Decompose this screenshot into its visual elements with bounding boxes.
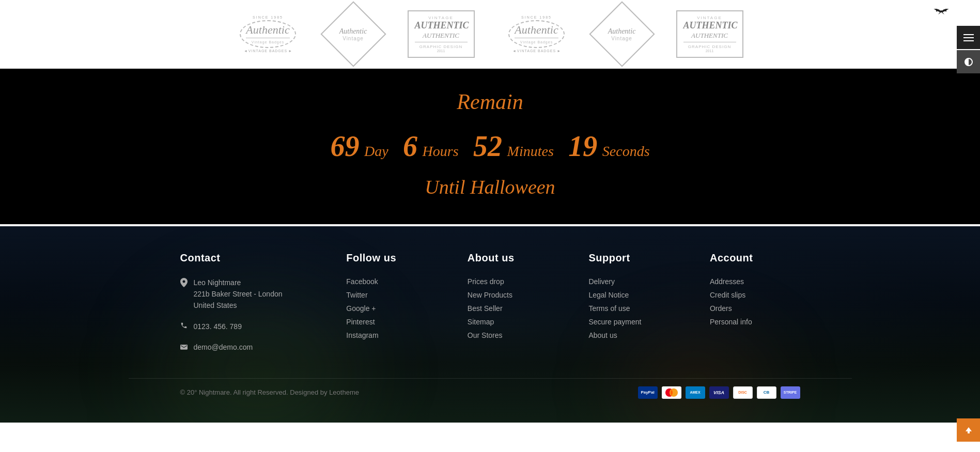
contact-phone: 0123. 456. 789 xyxy=(194,321,242,332)
countdown-timer: 69 Day 6 Hours 52 Minutes 19 Seconds xyxy=(10,130,970,163)
follow-pinterest-link[interactable]: Pinterest xyxy=(346,318,375,326)
account-addresses-link[interactable]: Addresses xyxy=(710,277,744,286)
logo-item-4: SINCE 1985 Authentic Vintage Badges ◄VIN… xyxy=(506,15,568,53)
contact-phone-row: 0123. 456. 789 xyxy=(180,321,316,332)
logo-item-1: SINCE 1985 Authentic Vintage Badges ◄VIN… xyxy=(237,15,299,53)
logo-bar: SINCE 1985 Authentic Vintage Badges ◄VIN… xyxy=(0,0,980,69)
logo-1-sub: Vintage Badges xyxy=(246,40,289,44)
payment-icon-visa: VISA xyxy=(709,386,729,399)
list-item: Personal info xyxy=(710,317,800,326)
footer-bottom: © 20° Nightmare. All right Reserved. Des… xyxy=(129,378,852,399)
payment-icon-amex: AMEX xyxy=(686,386,705,399)
list-item: Instagram xyxy=(346,331,437,340)
footer-follow-column: Follow us Facebook Twitter Google + Pint… xyxy=(346,252,437,363)
follow-instagram-link[interactable]: Instagram xyxy=(346,331,378,339)
about-ourstores-link[interactable]: Our Stores xyxy=(468,331,503,339)
countdown-hours-label: Hours xyxy=(423,143,459,159)
list-item: Prices drop xyxy=(468,277,558,286)
list-item: Sitemap xyxy=(468,317,558,326)
footer-follow-list: Facebook Twitter Google + Pinterest Inst… xyxy=(346,277,437,340)
follow-twitter-link[interactable]: Twitter xyxy=(346,291,367,299)
list-item: Delivery xyxy=(588,277,679,286)
payment-icon-cb: CB xyxy=(757,386,776,399)
support-aboutus-link[interactable]: About us xyxy=(588,331,617,339)
list-item: Credit slips xyxy=(710,290,800,300)
footer-about-heading: About us xyxy=(468,252,558,264)
list-item: Best Seller xyxy=(468,304,558,313)
list-item: Secure payment xyxy=(588,317,679,326)
payment-icon-mc xyxy=(662,386,681,399)
list-item: About us xyxy=(588,331,679,340)
phone-icon xyxy=(180,322,188,331)
follow-googleplus-link[interactable]: Google + xyxy=(346,304,376,313)
location-icon xyxy=(180,278,188,289)
countdown-section: Remain 69 Day 6 Hours 52 Minutes 19 Seco… xyxy=(0,69,980,224)
logo-item-3: VINTAGE AUTHENTIC AUTHENTIC GRAPHIC DESI… xyxy=(408,10,475,58)
footer-account-heading: Account xyxy=(710,252,800,264)
contrast-toggle-button[interactable] xyxy=(957,50,980,73)
svg-point-3 xyxy=(940,10,942,12)
logo-3-auth: AUTHENTIC xyxy=(415,20,468,32)
list-item: Google + xyxy=(346,304,437,313)
logo-2-line2: Vintage xyxy=(339,35,367,41)
footer-columns: Contact Leo Nightmare 221b Baker Street … xyxy=(129,252,852,363)
countdown-seconds: 19 xyxy=(568,130,597,162)
countdown-minutes-label: Minutes xyxy=(507,143,554,159)
account-creditslips-link[interactable]: Credit slips xyxy=(710,291,745,299)
support-securepayment-link[interactable]: Secure payment xyxy=(588,318,641,326)
follow-facebook-link[interactable]: Facebook xyxy=(346,277,378,286)
back-to-top-button[interactable] xyxy=(957,418,980,423)
about-newproducts-link[interactable]: New Products xyxy=(468,291,512,299)
countdown-days: 69 xyxy=(330,130,359,162)
logo-item-5: Authentic Vintage xyxy=(599,11,645,57)
list-item: Orders xyxy=(710,304,800,313)
about-pricesdrop-link[interactable]: Prices drop xyxy=(468,277,504,286)
footer-follow-heading: Follow us xyxy=(346,252,437,264)
countdown-day-label: Day xyxy=(364,143,388,159)
contact-address2: United States xyxy=(194,300,283,311)
contact-address-text: Leo Nightmare 221b Baker Street - London… xyxy=(194,277,283,311)
countdown-title: Remain xyxy=(10,89,970,114)
bat-decoration-icon xyxy=(934,5,949,22)
account-personalinfo-link[interactable]: Personal info xyxy=(710,318,752,326)
logo-item-2: Authentic Vintage xyxy=(330,11,377,57)
list-item: Facebook xyxy=(346,277,437,286)
email-icon xyxy=(180,342,188,352)
countdown-minutes: 52 xyxy=(473,130,502,162)
countdown-hours: 6 xyxy=(403,130,417,162)
contact-address1: 221b Baker Street - London xyxy=(194,288,283,300)
support-termsofuse-link[interactable]: Terms of use xyxy=(588,304,630,313)
footer-contact-heading: Contact xyxy=(180,252,316,264)
list-item: Our Stores xyxy=(468,331,558,340)
support-delivery-link[interactable]: Delivery xyxy=(588,277,615,286)
footer-copyright: © 20° Nightmare. All right Reserved. Des… xyxy=(180,388,359,396)
about-bestseller-link[interactable]: Best Seller xyxy=(468,304,503,313)
footer-about-list: Prices drop New Products Best Seller Sit… xyxy=(468,277,558,340)
countdown-seconds-label: Seconds xyxy=(602,143,650,159)
svg-rect-0 xyxy=(963,34,974,35)
about-sitemap-link[interactable]: Sitemap xyxy=(468,318,494,326)
payment-icon-stripe: STRIPE xyxy=(781,386,800,399)
logo-3-auth2: AUTHENTIC xyxy=(415,32,468,40)
payment-icon-discover: DISC xyxy=(733,386,753,399)
support-legalnotice-link[interactable]: Legal Notice xyxy=(588,291,629,299)
list-item: Pinterest xyxy=(346,317,437,326)
svg-rect-1 xyxy=(963,37,974,38)
footer-account-list: Addresses Credit slips Orders Personal i… xyxy=(710,277,800,326)
logo-item-6: VINTAGE AUTHENTIC AUTHENTIC GRAPHIC DESI… xyxy=(676,10,743,58)
contact-email: demo@demo.com xyxy=(194,341,253,353)
footer-about-column: About us Prices drop New Products Best S… xyxy=(468,252,558,363)
list-item: Terms of use xyxy=(588,304,679,313)
footer-support-list: Delivery Legal Notice Terms of use Secur… xyxy=(588,277,679,340)
footer-account-column: Account Addresses Credit slips Orders Pe… xyxy=(710,252,800,363)
list-item: Legal Notice xyxy=(588,290,679,300)
sidebar-buttons xyxy=(957,26,980,74)
footer-support-heading: Support xyxy=(588,252,679,264)
list-item: Addresses xyxy=(710,277,800,286)
contact-address-row: Leo Nightmare 221b Baker Street - London… xyxy=(180,277,316,311)
list-item: New Products xyxy=(468,290,558,300)
countdown-subtitle: Until Halloween xyxy=(10,176,970,198)
svg-rect-2 xyxy=(963,40,974,41)
account-orders-link[interactable]: Orders xyxy=(710,304,732,313)
menu-toggle-button[interactable] xyxy=(957,26,980,49)
